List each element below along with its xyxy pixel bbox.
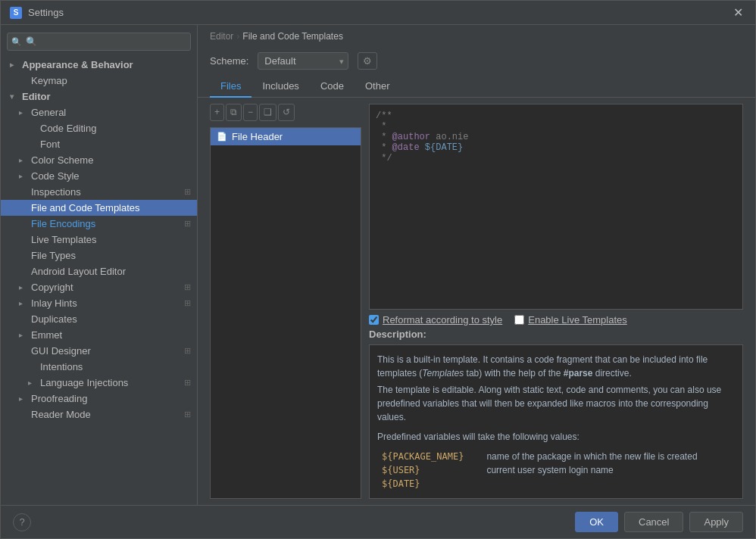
sidebar-item-general[interactable]: ▸ General: [1, 104, 197, 120]
sidebar-item-emmet[interactable]: ▸ Emmet: [1, 327, 197, 343]
app-icon: S: [10, 7, 22, 19]
sidebar-item-inspections[interactable]: Inspections ⊞: [1, 184, 197, 200]
description-title: Description:: [369, 329, 743, 340]
options-row: Reformat according to style Enable Live …: [369, 310, 743, 329]
breadcrumb: Editor › File and Code Templates: [198, 25, 755, 48]
tab-includes[interactable]: Includes: [251, 76, 309, 98]
search-input[interactable]: [7, 33, 191, 51]
arrow-icon: ▸: [19, 108, 28, 117]
sidebar-item-language-injections[interactable]: ▸ Language Injections ⊞: [1, 375, 197, 391]
reformat-checkbox[interactable]: [369, 315, 379, 325]
table-row: ${PACKAGE_NAME} name of the package in w…: [377, 450, 735, 463]
file-list-toolbar: + ⧉ − ❑ ↺: [210, 104, 361, 121]
reformat-checkbox-label[interactable]: Reformat according to style: [369, 314, 502, 326]
arrow-icon: ▸: [10, 61, 19, 69]
arrow-icon: ▾: [10, 92, 19, 101]
variables-table: ${PACKAGE_NAME} name of the package in w…: [377, 450, 735, 491]
reset-button[interactable]: ↺: [278, 104, 295, 121]
sidebar-item-live-templates[interactable]: Live Templates: [1, 232, 197, 248]
var-desc: [482, 477, 735, 491]
arrow-icon: ▸: [19, 156, 28, 164]
table-row: ${USER} current user system login name: [377, 463, 735, 477]
sidebar-item-code-editing[interactable]: Code Editing: [1, 120, 197, 136]
sidebar-item-file-types[interactable]: File Types: [1, 248, 197, 263]
live-templates-checkbox-label[interactable]: Enable Live Templates: [514, 314, 627, 326]
cancel-button[interactable]: Cancel: [624, 512, 683, 532]
var-desc: current user system login name: [482, 463, 735, 477]
badge-icon: ⊞: [184, 219, 191, 229]
tabs-bar: Files Includes Code Other: [198, 76, 755, 98]
scheme-select-wrapper: Default: [258, 52, 348, 70]
sidebar-item-keymap[interactable]: Keymap: [1, 73, 197, 89]
sidebar-item-color-scheme[interactable]: ▸ Color Scheme: [1, 152, 197, 168]
close-button[interactable]: ✕: [730, 5, 746, 20]
arrow-icon: ▸: [28, 379, 37, 387]
help-button[interactable]: ?: [13, 513, 31, 531]
badge-icon: ⊞: [184, 410, 191, 419]
sidebar-item-font[interactable]: Font: [1, 136, 197, 152]
content-area: 🔍 ▸ Appearance & Behavior Keymap ▾ Edito…: [1, 25, 755, 505]
badge-icon: ⊞: [184, 298, 191, 308]
sidebar-item-proofreading[interactable]: ▸ Proofreading: [1, 391, 197, 407]
arrow-icon: ▸: [19, 394, 28, 403]
live-templates-checkbox[interactable]: [514, 315, 524, 325]
file-list: 📄 File Header: [210, 127, 361, 499]
scheme-select[interactable]: Default: [258, 52, 348, 70]
add-button[interactable]: +: [210, 104, 224, 121]
sidebar-item-intentions[interactable]: Intentions: [1, 359, 197, 375]
sidebar-item-editor[interactable]: ▾ Editor: [1, 89, 197, 104]
gear-button[interactable]: ⚙: [358, 52, 377, 70]
sidebar-item-code-style[interactable]: ▸ Code Style: [1, 168, 197, 184]
sidebar: 🔍 ▸ Appearance & Behavior Keymap ▾ Edito…: [1, 25, 198, 505]
title-bar: S Settings ✕: [1, 1, 755, 25]
badge-icon: ⊞: [184, 378, 191, 388]
main-panel: Editor › File and Code Templates Scheme:…: [198, 25, 755, 505]
file-item-file-header[interactable]: 📄 File Header: [211, 128, 361, 145]
tab-files[interactable]: Files: [210, 76, 251, 98]
var-desc: name of the package in which the new fil…: [482, 450, 735, 463]
settings-dialog: S Settings ✕ 🔍 ▸ Appearance & Behavior K…: [0, 0, 756, 539]
scheme-row: Scheme: Default ⚙: [198, 48, 755, 76]
badge-icon: ⊞: [184, 187, 191, 197]
description-box: This is a built-in template. It contains…: [369, 344, 743, 499]
tab-code[interactable]: Code: [310, 76, 355, 98]
sidebar-item-file-encodings[interactable]: File Encodings ⊞: [1, 216, 197, 232]
search-box: 🔍: [7, 33, 191, 51]
sidebar-item-copyright[interactable]: ▸ Copyright ⊞: [1, 279, 197, 295]
badge-icon: ⊞: [184, 346, 191, 356]
footer: ? OK Cancel Apply: [1, 505, 755, 538]
var-name: ${PACKAGE_NAME}: [377, 450, 482, 463]
table-row: ${DATE}: [377, 477, 735, 491]
arrow-icon: ▸: [19, 172, 28, 180]
sidebar-item-duplicates[interactable]: Duplicates: [1, 311, 197, 327]
ok-button[interactable]: OK: [575, 512, 618, 532]
badge-icon: ⊞: [184, 282, 191, 292]
arrow-icon: ▸: [19, 283, 28, 291]
copy-button[interactable]: ⧉: [226, 104, 242, 121]
arrow-icon: ▸: [19, 299, 28, 307]
footer-buttons: OK Cancel Apply: [575, 512, 743, 532]
panel-body: + ⧉ − ❑ ↺ 📄 File Header /*: [198, 98, 755, 505]
code-panel: /** * * @author ao.nie * @date ${DATE} *…: [369, 104, 743, 499]
sidebar-item-inlay-hints[interactable]: ▸ Inlay Hints ⊞: [1, 295, 197, 311]
sidebar-item-file-and-code-templates[interactable]: File and Code Templates: [1, 200, 197, 216]
duplicate-button[interactable]: ❑: [259, 104, 276, 121]
sidebar-item-android-layout-editor[interactable]: Android Layout Editor: [1, 263, 197, 279]
file-list-panel: + ⧉ − ❑ ↺ 📄 File Header: [210, 104, 361, 499]
file-icon: 📄: [217, 132, 227, 142]
remove-button[interactable]: −: [243, 104, 258, 121]
scheme-label: Scheme:: [210, 55, 248, 67]
sidebar-item-appearance[interactable]: ▸ Appearance & Behavior: [1, 57, 197, 73]
apply-button[interactable]: Apply: [689, 512, 743, 532]
var-name: ${USER}: [377, 463, 482, 477]
var-name: ${DATE}: [377, 477, 482, 491]
sidebar-item-gui-designer[interactable]: GUI Designer ⊞: [1, 343, 197, 359]
code-editor[interactable]: /** * * @author ao.nie * @date ${DATE} *…: [369, 104, 743, 310]
search-icon: 🔍: [11, 37, 22, 47]
dialog-title: Settings: [28, 7, 64, 18]
tab-other[interactable]: Other: [355, 76, 401, 98]
sidebar-item-reader-mode[interactable]: Reader Mode ⊞: [1, 407, 197, 422]
arrow-icon: ▸: [19, 331, 28, 339]
